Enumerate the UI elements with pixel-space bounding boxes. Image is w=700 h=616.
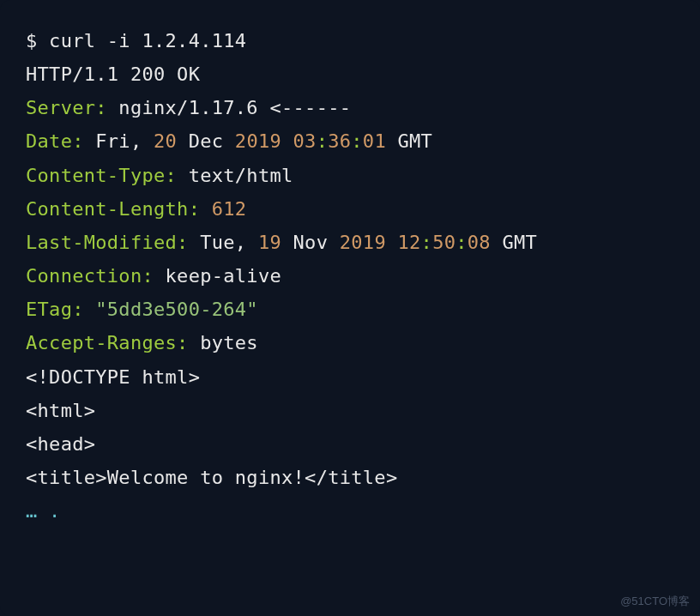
terminal-output: $ curl -i 1.2.4.114 HTTP/1.1 200 OK Serv… (0, 0, 700, 616)
header-key: Content-Type: (26, 165, 177, 186)
header-key: Content-Length: (26, 198, 200, 220)
command-line: $ curl -i 1.2.4.114 (26, 24, 674, 57)
header-content-type: Content-Type: text/html (26, 159, 674, 192)
header-key: Date: (26, 130, 84, 152)
header-value: 612 (212, 198, 247, 220)
body-title: <title>Welcome to nginx!</title> (26, 461, 674, 494)
header-key: Server: (26, 97, 107, 118)
header-value: keep-alive (154, 265, 281, 287)
header-date: Date: Fri, 20 Dec 2019 03:36:01 GMT (26, 124, 674, 158)
header-accept-ranges: Accept-Ranges: bytes (26, 326, 674, 359)
http-status-line: HTTP/1.1 200 OK (26, 57, 674, 91)
header-value: "5dd3e500-264" (95, 299, 258, 320)
header-value: text/html (177, 165, 293, 186)
header-last-modified: Last-Modified: Tue, 19 Nov 2019 12:50:08… (26, 226, 674, 259)
header-value: bytes (189, 332, 258, 353)
command-text: curl -i 1.2.4.114 (49, 30, 246, 51)
header-key: ETag: (26, 299, 84, 320)
header-key: Last-Modified: (26, 232, 189, 253)
header-server: Server: nginx/1.17.6 <------ (26, 91, 674, 124)
body-head-open: <head> (26, 427, 674, 461)
header-value: nginx/1.17.6 (107, 97, 270, 118)
header-content-length: Content-Length: 612 (26, 192, 674, 226)
annotation-arrow: <------ (269, 97, 351, 118)
body-html-open: <html> (26, 394, 674, 427)
header-connection: Connection: keep-alive (26, 259, 674, 293)
header-etag: ETag: "5dd3e500-264" (26, 293, 674, 326)
body-ellipsis: … . (26, 494, 674, 528)
prompt: $ (26, 30, 49, 51)
watermark-text: @51CTO博客 (620, 594, 690, 609)
header-key: Accept-Ranges: (26, 332, 189, 353)
body-doctype: <!DOCTYPE html> (26, 360, 674, 394)
header-key: Connection: (26, 265, 154, 287)
